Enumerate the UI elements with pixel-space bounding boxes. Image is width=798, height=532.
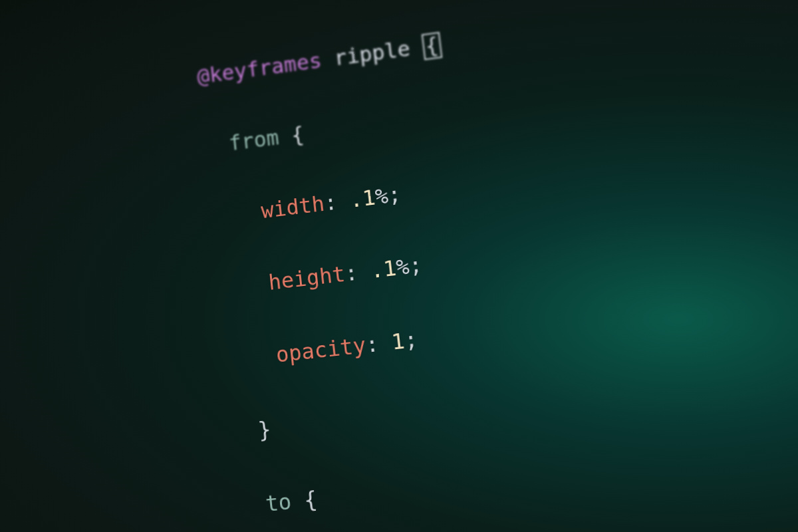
code-line[interactable]: from { bbox=[202, 98, 451, 164]
token-identifier: ripple bbox=[332, 37, 411, 71]
token-brace-open: { bbox=[290, 122, 305, 148]
code-block[interactable]: @keyframes ripple { from { width: .1%; h… bbox=[192, 0, 551, 532]
token-semicolon: ; bbox=[408, 252, 424, 279]
token-brace-open: { bbox=[424, 33, 440, 59]
code-line[interactable]: to { bbox=[238, 463, 495, 525]
token-brace-open: { bbox=[303, 486, 319, 513]
token-colon: : bbox=[323, 190, 338, 216]
token-keyword-from: from bbox=[227, 125, 280, 156]
token-semicolon: ; bbox=[403, 327, 419, 354]
gutter-mark bbox=[0, 49, 41, 56]
editor-viewport: @keyframes ripple { from { width: .1%; h… bbox=[0, 0, 798, 532]
code-line[interactable]: width: .1%; bbox=[209, 169, 460, 235]
gutter-mark bbox=[0, 74, 44, 81]
token-prop-height: height bbox=[267, 261, 346, 295]
token-rule: keyframes bbox=[208, 49, 323, 88]
code-line[interactable]: opacity: 1; bbox=[223, 315, 477, 379]
gutter-mark bbox=[0, 81, 45, 88]
token-prop-width: width bbox=[260, 191, 326, 223]
code-line[interactable]: height: .1%; bbox=[217, 241, 469, 307]
code-line[interactable]: } bbox=[231, 388, 486, 452]
token-semicolon: ; bbox=[386, 182, 402, 208]
token-colon: : bbox=[364, 331, 380, 358]
gutter-mark bbox=[0, 68, 43, 75]
code-line[interactable]: @keyframes ripple { bbox=[196, 27, 443, 95]
gutter-mark bbox=[0, 56, 42, 63]
token-brace-close: } bbox=[257, 416, 272, 444]
token-colon: : bbox=[343, 259, 358, 286]
gutter-mark bbox=[0, 62, 43, 68]
line-number-gutter bbox=[0, 49, 45, 87]
token-prop-opacity: opacity bbox=[275, 332, 367, 367]
cursor-bracket: { bbox=[422, 32, 443, 60]
token-keyword-to: to bbox=[264, 489, 293, 517]
token-number: .1 bbox=[369, 255, 398, 283]
token-number: .1 bbox=[348, 185, 377, 213]
